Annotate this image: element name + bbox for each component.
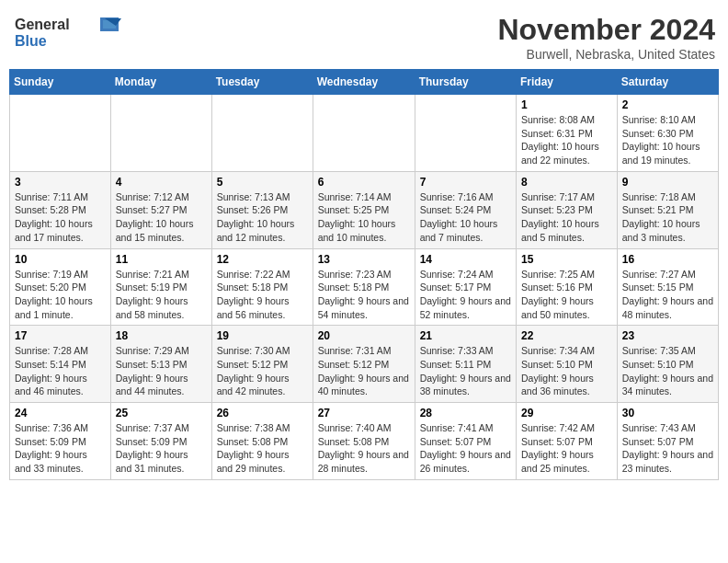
day-info: Sunrise: 7:12 AM Sunset: 5:27 PM Dayligh… bbox=[116, 190, 207, 245]
day-info: Sunrise: 7:35 AM Sunset: 5:10 PM Dayligh… bbox=[622, 344, 713, 398]
day-number: 17 bbox=[15, 329, 106, 342]
calendar-cell: 24Sunrise: 7:36 AM Sunset: 5:09 PM Dayli… bbox=[10, 403, 111, 480]
weekday-header-wednesday: Wednesday bbox=[313, 70, 415, 95]
day-info: Sunrise: 7:19 AM Sunset: 5:20 PM Dayligh… bbox=[15, 268, 106, 322]
day-number: 3 bbox=[15, 176, 106, 189]
day-number: 15 bbox=[521, 253, 612, 266]
calendar-week-4: 17Sunrise: 7:28 AM Sunset: 5:14 PM Dayli… bbox=[10, 326, 719, 403]
day-number: 30 bbox=[622, 407, 713, 419]
day-info: Sunrise: 7:28 AM Sunset: 5:14 PM Dayligh… bbox=[15, 344, 106, 398]
calendar-cell: 19Sunrise: 7:30 AM Sunset: 5:12 PM Dayli… bbox=[211, 326, 313, 403]
calendar-cell bbox=[10, 95, 111, 172]
calendar-cell: 2Sunrise: 8:10 AM Sunset: 6:30 PM Daylig… bbox=[617, 95, 718, 172]
calendar-cell: 6Sunrise: 7:14 AM Sunset: 5:25 PM Daylig… bbox=[313, 171, 415, 248]
calendar-cell: 23Sunrise: 7:35 AM Sunset: 5:10 PM Dayli… bbox=[617, 326, 718, 403]
calendar-cell: 26Sunrise: 7:38 AM Sunset: 5:08 PM Dayli… bbox=[211, 403, 313, 480]
day-info: Sunrise: 8:08 AM Sunset: 6:31 PM Dayligh… bbox=[521, 113, 612, 167]
day-info: Sunrise: 7:34 AM Sunset: 5:10 PM Dayligh… bbox=[521, 344, 612, 398]
calendar-cell: 13Sunrise: 7:23 AM Sunset: 5:18 PM Dayli… bbox=[313, 248, 415, 326]
weekday-header-saturday: Saturday bbox=[617, 70, 718, 95]
calendar-cell: 4Sunrise: 7:12 AM Sunset: 5:27 PM Daylig… bbox=[110, 171, 211, 248]
calendar-cell: 27Sunrise: 7:40 AM Sunset: 5:08 PM Dayli… bbox=[313, 403, 415, 480]
calendar-cell: 28Sunrise: 7:41 AM Sunset: 5:07 PM Dayli… bbox=[415, 403, 516, 480]
calendar-cell: 8Sunrise: 7:17 AM Sunset: 5:23 PM Daylig… bbox=[517, 171, 618, 248]
day-info: Sunrise: 7:36 AM Sunset: 5:09 PM Dayligh… bbox=[15, 421, 106, 476]
calendar-cell bbox=[211, 95, 313, 172]
day-number: 25 bbox=[116, 407, 207, 419]
day-number: 18 bbox=[116, 329, 207, 342]
day-number: 2 bbox=[622, 98, 713, 111]
day-number: 26 bbox=[217, 407, 308, 419]
day-info: Sunrise: 7:18 AM Sunset: 5:21 PM Dayligh… bbox=[622, 190, 713, 245]
day-info: Sunrise: 7:13 AM Sunset: 5:26 PM Dayligh… bbox=[217, 190, 308, 245]
month-title: November 2024 bbox=[497, 13, 715, 47]
day-number: 23 bbox=[622, 329, 713, 342]
day-number: 22 bbox=[521, 329, 612, 342]
day-number: 11 bbox=[116, 253, 207, 266]
svg-text:Blue: Blue bbox=[15, 33, 47, 49]
day-number: 1 bbox=[521, 98, 612, 111]
day-number: 6 bbox=[318, 176, 410, 189]
day-info: Sunrise: 7:29 AM Sunset: 5:13 PM Dayligh… bbox=[116, 344, 207, 398]
calendar-body: 1Sunrise: 8:08 AM Sunset: 6:31 PM Daylig… bbox=[10, 95, 719, 480]
day-info: Sunrise: 7:23 AM Sunset: 5:18 PM Dayligh… bbox=[318, 268, 410, 322]
calendar-cell: 10Sunrise: 7:19 AM Sunset: 5:20 PM Dayli… bbox=[10, 248, 111, 326]
day-number: 14 bbox=[420, 253, 511, 266]
calendar-cell: 21Sunrise: 7:33 AM Sunset: 5:11 PM Dayli… bbox=[415, 326, 516, 403]
calendar-cell: 3Sunrise: 7:11 AM Sunset: 5:28 PM Daylig… bbox=[10, 171, 111, 248]
day-info: Sunrise: 7:37 AM Sunset: 5:09 PM Dayligh… bbox=[116, 421, 207, 476]
calendar-table: SundayMondayTuesdayWednesdayThursdayFrid… bbox=[9, 69, 719, 480]
day-number: 4 bbox=[116, 176, 207, 189]
weekday-header-monday: Monday bbox=[110, 70, 211, 95]
calendar-cell: 14Sunrise: 7:24 AM Sunset: 5:17 PM Dayli… bbox=[415, 248, 516, 326]
calendar-cell: 18Sunrise: 7:29 AM Sunset: 5:13 PM Dayli… bbox=[110, 326, 211, 403]
day-number: 16 bbox=[622, 253, 713, 266]
weekday-header-thursday: Thursday bbox=[415, 70, 516, 95]
calendar-week-1: 1Sunrise: 8:08 AM Sunset: 6:31 PM Daylig… bbox=[10, 95, 719, 172]
calendar-cell: 7Sunrise: 7:16 AM Sunset: 5:24 PM Daylig… bbox=[415, 171, 516, 248]
day-number: 24 bbox=[15, 407, 106, 419]
calendar-week-2: 3Sunrise: 7:11 AM Sunset: 5:28 PM Daylig… bbox=[10, 171, 719, 248]
day-number: 27 bbox=[318, 407, 410, 419]
day-number: 5 bbox=[217, 176, 308, 189]
day-number: 13 bbox=[318, 253, 410, 266]
day-info: Sunrise: 7:22 AM Sunset: 5:18 PM Dayligh… bbox=[217, 268, 308, 322]
day-info: Sunrise: 7:42 AM Sunset: 5:07 PM Dayligh… bbox=[521, 421, 612, 476]
calendar-cell bbox=[313, 95, 415, 172]
calendar-cell: 11Sunrise: 7:21 AM Sunset: 5:19 PM Dayli… bbox=[110, 248, 211, 326]
calendar-cell: 22Sunrise: 7:34 AM Sunset: 5:10 PM Dayli… bbox=[517, 326, 618, 403]
day-number: 20 bbox=[318, 329, 410, 342]
day-info: Sunrise: 7:14 AM Sunset: 5:25 PM Dayligh… bbox=[318, 190, 410, 245]
day-number: 12 bbox=[217, 253, 308, 266]
calendar-cell: 25Sunrise: 7:37 AM Sunset: 5:09 PM Dayli… bbox=[110, 403, 211, 480]
day-info: Sunrise: 7:30 AM Sunset: 5:12 PM Dayligh… bbox=[217, 344, 308, 398]
day-number: 8 bbox=[521, 176, 612, 189]
title-area: November 2024 Burwell, Nebraska, United … bbox=[497, 13, 715, 62]
day-info: Sunrise: 7:43 AM Sunset: 5:07 PM Dayligh… bbox=[622, 421, 713, 476]
calendar-week-3: 10Sunrise: 7:19 AM Sunset: 5:20 PM Dayli… bbox=[10, 248, 719, 326]
page-header: General Blue November 2024 Burwell, Nebr… bbox=[9, 9, 719, 62]
weekday-header-sunday: Sunday bbox=[10, 70, 111, 95]
svg-text:General: General bbox=[15, 17, 70, 32]
day-number: 21 bbox=[420, 329, 511, 342]
location-subtitle: Burwell, Nebraska, United States bbox=[497, 47, 715, 62]
day-number: 9 bbox=[622, 176, 713, 189]
logo: General Blue bbox=[13, 13, 123, 53]
day-info: Sunrise: 7:21 AM Sunset: 5:19 PM Dayligh… bbox=[116, 268, 207, 322]
calendar-cell: 20Sunrise: 7:31 AM Sunset: 5:12 PM Dayli… bbox=[313, 326, 415, 403]
day-number: 28 bbox=[420, 407, 511, 419]
day-info: Sunrise: 7:24 AM Sunset: 5:17 PM Dayligh… bbox=[420, 268, 511, 322]
day-number: 10 bbox=[15, 253, 106, 266]
logo-text: General Blue bbox=[13, 13, 123, 53]
calendar-cell: 17Sunrise: 7:28 AM Sunset: 5:14 PM Dayli… bbox=[10, 326, 111, 403]
weekday-header-tuesday: Tuesday bbox=[211, 70, 313, 95]
day-info: Sunrise: 7:38 AM Sunset: 5:08 PM Dayligh… bbox=[217, 421, 308, 476]
day-info: Sunrise: 7:40 AM Sunset: 5:08 PM Dayligh… bbox=[318, 421, 410, 476]
calendar-cell bbox=[415, 95, 516, 172]
day-info: Sunrise: 7:31 AM Sunset: 5:12 PM Dayligh… bbox=[318, 344, 410, 398]
calendar-cell: 1Sunrise: 8:08 AM Sunset: 6:31 PM Daylig… bbox=[517, 95, 618, 172]
day-number: 29 bbox=[521, 407, 612, 419]
day-info: Sunrise: 8:10 AM Sunset: 6:30 PM Dayligh… bbox=[622, 113, 713, 167]
calendar-cell: 16Sunrise: 7:27 AM Sunset: 5:15 PM Dayli… bbox=[617, 248, 718, 326]
calendar-cell: 9Sunrise: 7:18 AM Sunset: 5:21 PM Daylig… bbox=[617, 171, 718, 248]
